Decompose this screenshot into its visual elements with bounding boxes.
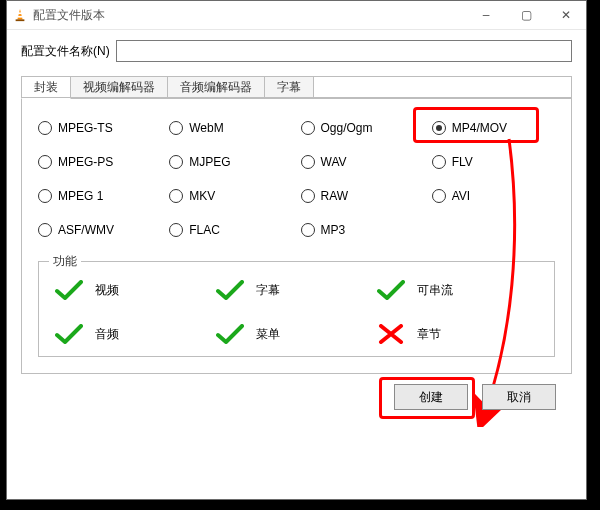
- format-label: ASF/WMV: [58, 223, 114, 237]
- profile-name-input[interactable]: [116, 40, 572, 62]
- format-label: Ogg/Ogm: [321, 121, 373, 135]
- check-icon: [377, 280, 405, 300]
- format-radio-flv[interactable]: FLV: [432, 155, 555, 169]
- format-label: WebM: [189, 121, 223, 135]
- radio-icon: [301, 121, 315, 135]
- format-radio-ogg[interactable]: Ogg/Ogm: [301, 121, 424, 135]
- radio-icon: [432, 189, 446, 203]
- format-radio-raw[interactable]: RAW: [301, 189, 424, 203]
- radio-icon: [38, 155, 52, 169]
- feature-label: 菜单: [256, 326, 280, 343]
- features-box: 功能 视频字幕可串流音频菜单章节: [38, 261, 555, 357]
- cross-icon: [377, 324, 405, 344]
- format-radio-mp3[interactable]: MP3: [301, 223, 424, 237]
- radio-icon: [38, 189, 52, 203]
- svg-rect-3: [16, 19, 25, 21]
- format-radio-flac[interactable]: FLAC: [169, 223, 292, 237]
- format-label: MP3: [321, 223, 346, 237]
- format-radio-mkv[interactable]: MKV: [169, 189, 292, 203]
- format-radio-mpeg-ts[interactable]: MPEG-TS: [38, 121, 161, 135]
- format-radio-mpeg1[interactable]: MPEG 1: [38, 189, 161, 203]
- format-label: FLV: [452, 155, 473, 169]
- format-label: MP4/MOV: [452, 121, 507, 135]
- format-label: FLAC: [189, 223, 220, 237]
- tab-audio[interactable]: 音频编解码器: [168, 77, 265, 98]
- vlc-icon: [13, 8, 27, 22]
- radio-icon: [38, 121, 52, 135]
- dialog-window: 配置文件版本 – ▢ ✕ 配置文件名称(N) 封装视频编解码器音频编解码器字幕 …: [6, 0, 587, 500]
- feature-label: 字幕: [256, 282, 280, 299]
- feature-audio: 音频: [55, 324, 216, 344]
- features-legend: 功能: [49, 253, 81, 270]
- maximize-button[interactable]: ▢: [506, 1, 546, 29]
- tab-encap[interactable]: 封装: [21, 76, 71, 99]
- tab-video[interactable]: 视频编解码器: [71, 77, 168, 98]
- feature-label: 视频: [95, 282, 119, 299]
- format-label: MJPEG: [189, 155, 230, 169]
- radio-icon: [38, 223, 52, 237]
- format-radio-mp4[interactable]: MP4/MOV: [432, 121, 555, 135]
- radio-icon: [301, 155, 315, 169]
- tab-subtitle[interactable]: 字幕: [265, 77, 314, 98]
- format-label: RAW: [321, 189, 349, 203]
- feature-label: 音频: [95, 326, 119, 343]
- radio-icon: [301, 223, 315, 237]
- check-icon: [216, 324, 244, 344]
- format-label: WAV: [321, 155, 347, 169]
- svg-rect-1: [17, 12, 22, 14]
- radio-icon: [169, 223, 183, 237]
- feature-chapter: 章节: [377, 324, 538, 344]
- format-radio-wav[interactable]: WAV: [301, 155, 424, 169]
- profile-name-row: 配置文件名称(N): [21, 40, 572, 62]
- format-label: MKV: [189, 189, 215, 203]
- feature-label: 可串流: [417, 282, 453, 299]
- radio-icon: [432, 155, 446, 169]
- format-radio-avi[interactable]: AVI: [432, 189, 555, 203]
- radio-icon: [301, 189, 315, 203]
- titlebar: 配置文件版本 – ▢ ✕: [7, 1, 586, 30]
- radio-icon: [169, 121, 183, 135]
- format-label: MPEG-PS: [58, 155, 113, 169]
- check-icon: [216, 280, 244, 300]
- radio-icon: [432, 121, 446, 135]
- radio-icon: [169, 189, 183, 203]
- create-button[interactable]: 创建: [394, 384, 468, 410]
- feature-menu: 菜单: [216, 324, 377, 344]
- format-radio-mjpeg[interactable]: MJPEG: [169, 155, 292, 169]
- profile-name-label: 配置文件名称(N): [21, 43, 110, 60]
- format-grid: MPEG-TSWebMOgg/OgmMP4/MOVMPEG-PSMJPEGWAV…: [38, 121, 555, 237]
- format-label: MPEG-TS: [58, 121, 113, 135]
- format-label: MPEG 1: [58, 189, 103, 203]
- format-radio-webm[interactable]: WebM: [169, 121, 292, 135]
- close-button[interactable]: ✕: [546, 1, 586, 29]
- svg-rect-2: [18, 16, 22, 18]
- minimize-button[interactable]: –: [466, 1, 506, 29]
- encapsulation-panel: MPEG-TSWebMOgg/OgmMP4/MOVMPEG-PSMJPEGWAV…: [21, 99, 572, 374]
- feature-subtitle: 字幕: [216, 280, 377, 300]
- format-radio-mpeg-ps[interactable]: MPEG-PS: [38, 155, 161, 169]
- feature-label: 章节: [417, 326, 441, 343]
- dialog-buttons: 创建 取消: [21, 374, 572, 410]
- check-icon: [55, 280, 83, 300]
- tab-strip: 封装视频编解码器音频编解码器字幕: [21, 76, 572, 99]
- feature-video: 视频: [55, 280, 216, 300]
- radio-icon: [169, 155, 183, 169]
- check-icon: [55, 324, 83, 344]
- cancel-button[interactable]: 取消: [482, 384, 556, 410]
- format-radio-asf[interactable]: ASF/WMV: [38, 223, 161, 237]
- window-title: 配置文件版本: [33, 7, 105, 24]
- feature-stream: 可串流: [377, 280, 538, 300]
- format-label: AVI: [452, 189, 470, 203]
